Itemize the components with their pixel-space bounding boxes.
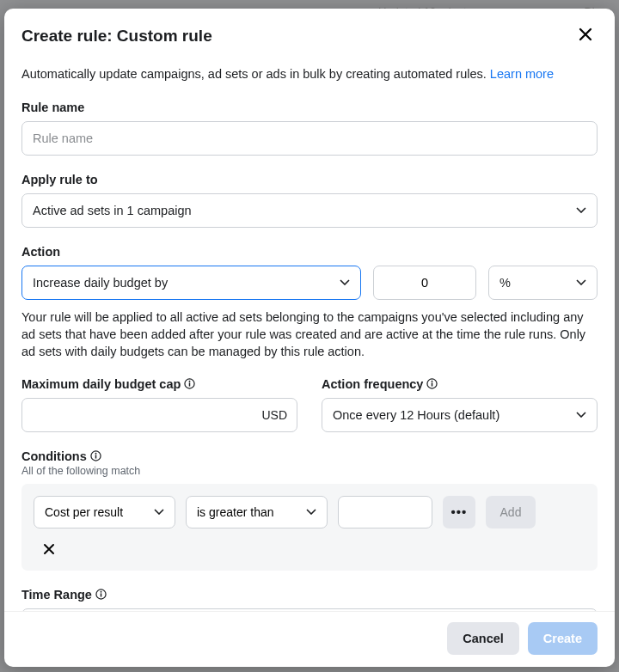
time-range-label: Time Range	[21, 588, 598, 602]
apply-rule-to-select[interactable]: Active ad sets in 1 campaign	[21, 193, 598, 228]
close-icon	[577, 26, 594, 43]
caret-down-icon	[576, 412, 586, 418]
action-field: Action Increase daily budget by %	[21, 245, 598, 360]
time-range-field: Time Range Maximum	[21, 588, 598, 611]
condition-more-button[interactable]: •••	[443, 496, 475, 528]
info-icon	[426, 378, 438, 389]
action-frequency-label: Action frequency	[322, 377, 598, 391]
condition-row: Cost per result is greater than ••• Add	[34, 496, 585, 528]
intro-text: Automatically update campaigns, ad sets …	[21, 66, 598, 83]
action-unit-select[interactable]: %	[488, 266, 598, 300]
caret-down-icon	[576, 207, 586, 213]
svg-point-8	[95, 453, 96, 455]
action-select-value: Increase daily budget by	[33, 276, 168, 290]
time-range-select[interactable]: Maximum	[21, 608, 598, 611]
apply-rule-to-field: Apply rule to Active ad sets in 1 campai…	[21, 173, 598, 228]
dialog-footer: Cancel Create	[4, 611, 615, 667]
caret-down-icon	[340, 279, 350, 285]
info-icon	[90, 450, 101, 461]
max-budget-cap-input[interactable]	[21, 398, 297, 432]
max-budget-cap-label-text: Maximum daily budget cap	[21, 377, 181, 391]
conditions-subtext: All of the following match	[21, 465, 598, 477]
info-icon	[184, 378, 195, 389]
condition-metric-value: Cost per result	[45, 505, 123, 519]
caret-down-icon	[154, 509, 164, 515]
max-budget-cap-label: Maximum daily budget cap	[21, 377, 297, 391]
action-unit-value: %	[499, 276, 511, 290]
rule-name-input[interactable]	[21, 121, 598, 156]
condition-metric-select[interactable]: Cost per result	[34, 496, 175, 528]
conditions-field: Conditions All of the following match Co…	[21, 449, 598, 571]
close-button[interactable]	[573, 22, 598, 49]
info-icon	[95, 589, 107, 600]
currency-suffix: USD	[261, 408, 287, 422]
condition-remove-button[interactable]	[39, 539, 59, 562]
dialog-header: Create rule: Custom rule	[4, 9, 615, 58]
action-frequency-label-text: Action frequency	[322, 377, 423, 391]
caret-down-icon	[576, 279, 586, 285]
svg-rect-4	[432, 382, 432, 386]
conditions-label-text: Conditions	[21, 449, 87, 463]
close-icon	[42, 542, 56, 556]
action-amount-input[interactable]	[373, 266, 476, 300]
dialog-title: Create rule: Custom rule	[21, 27, 212, 46]
action-select[interactable]: Increase daily budget by	[21, 266, 361, 300]
condition-operator-value: is greater than	[197, 505, 274, 519]
svg-point-5	[432, 381, 433, 382]
apply-rule-to-value: Active ad sets in 1 campaign	[33, 204, 192, 217]
conditions-box: Cost per result is greater than ••• Add	[21, 484, 598, 571]
caret-down-icon	[306, 509, 316, 515]
svg-point-11	[101, 591, 102, 593]
action-label: Action	[21, 245, 598, 259]
condition-add-button[interactable]: Add	[486, 496, 536, 528]
action-frequency-field: Action frequency Once every 12 Hours (de…	[322, 377, 598, 432]
svg-rect-10	[101, 593, 101, 596]
rule-name-field: Rule name	[21, 101, 598, 156]
create-rule-dialog: Create rule: Custom rule Automatically u…	[4, 9, 615, 667]
conditions-label: Conditions	[21, 449, 598, 463]
ellipsis-icon: •••	[451, 504, 468, 519]
max-budget-cap-field: Maximum daily budget cap USD	[21, 377, 297, 432]
action-frequency-value: Once every 12 Hours (default)	[333, 408, 499, 422]
learn-more-link[interactable]: Learn more	[490, 67, 554, 81]
svg-point-2	[189, 381, 191, 382]
intro-paragraph: Automatically update campaigns, ad sets …	[21, 67, 490, 81]
apply-rule-to-label: Apply rule to	[21, 173, 598, 186]
svg-rect-7	[95, 455, 95, 458]
rule-name-label: Rule name	[21, 101, 598, 114]
action-frequency-select[interactable]: Once every 12 Hours (default)	[322, 398, 598, 432]
condition-operator-select[interactable]: is greater than	[186, 496, 328, 528]
time-range-label-text: Time Range	[21, 588, 92, 602]
condition-value-input[interactable]	[338, 496, 432, 528]
create-button[interactable]: Create	[528, 622, 598, 655]
svg-rect-1	[189, 382, 190, 386]
action-helper-text: Your rule will be applied to all active …	[21, 309, 598, 360]
dialog-body: Automatically update campaigns, ad sets …	[4, 58, 615, 611]
cancel-button[interactable]: Cancel	[447, 622, 519, 655]
